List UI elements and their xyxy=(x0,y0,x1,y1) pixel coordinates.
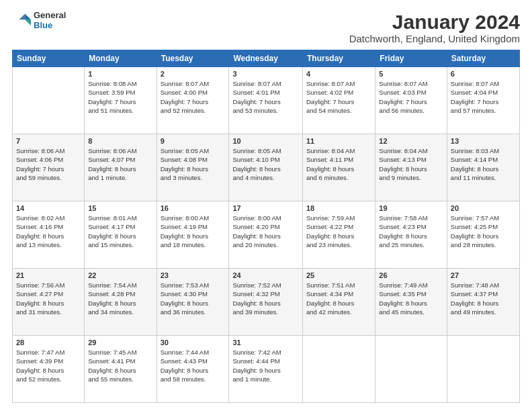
calendar-cell: 4Sunrise: 8:07 AM Sunset: 4:02 PM Daylig… xyxy=(303,67,375,134)
logo-icon xyxy=(12,11,31,30)
weekday-header-saturday: Saturday xyxy=(447,50,519,67)
day-number: 20 xyxy=(451,204,516,212)
calendar-cell: 22Sunrise: 7:54 AM Sunset: 4:28 PM Dayli… xyxy=(85,269,157,336)
weekday-header-row: SundayMondayTuesdayWednesdayThursdayFrid… xyxy=(13,50,520,67)
day-number: 12 xyxy=(379,137,443,145)
calendar-cell: 31Sunrise: 7:42 AM Sunset: 4:44 PM Dayli… xyxy=(229,336,303,403)
day-number: 28 xyxy=(16,338,81,347)
day-number: 1 xyxy=(88,70,152,78)
day-info: Sunrise: 7:59 AM Sunset: 4:22 PM Dayligh… xyxy=(306,214,371,249)
day-number: 2 xyxy=(161,70,226,78)
day-info: Sunrise: 8:04 AM Sunset: 4:13 PM Dayligh… xyxy=(379,146,443,182)
day-number: 13 xyxy=(451,137,516,145)
calendar-cell: 13Sunrise: 8:03 AM Sunset: 4:14 PM Dayli… xyxy=(447,134,519,201)
day-number: 11 xyxy=(306,137,371,145)
day-number: 9 xyxy=(161,137,226,145)
day-number: 22 xyxy=(88,271,152,279)
calendar-cell: 6Sunrise: 8:07 AM Sunset: 4:04 PM Daylig… xyxy=(447,67,519,134)
calendar-cell: 11Sunrise: 8:04 AM Sunset: 4:11 PM Dayli… xyxy=(303,134,375,201)
calendar-cell: 15Sunrise: 8:01 AM Sunset: 4:17 PM Dayli… xyxy=(85,201,157,269)
calendar-cell: 26Sunrise: 7:49 AM Sunset: 4:35 PM Dayli… xyxy=(375,269,447,336)
calendar-cell: 18Sunrise: 7:59 AM Sunset: 4:22 PM Dayli… xyxy=(303,201,375,269)
day-number: 19 xyxy=(379,204,443,212)
day-info: Sunrise: 8:02 AM Sunset: 4:16 PM Dayligh… xyxy=(16,214,81,249)
day-info: Sunrise: 7:54 AM Sunset: 4:28 PM Dayligh… xyxy=(88,281,152,316)
calendar-cell: 8Sunrise: 8:06 AM Sunset: 4:07 PM Daylig… xyxy=(85,134,157,201)
day-info: Sunrise: 8:00 AM Sunset: 4:20 PM Dayligh… xyxy=(232,214,299,249)
calendar-cell: 1Sunrise: 8:08 AM Sunset: 3:59 PM Daylig… xyxy=(85,67,157,134)
day-info: Sunrise: 7:45 AM Sunset: 4:41 PM Dayligh… xyxy=(88,348,152,383)
day-info: Sunrise: 7:49 AM Sunset: 4:35 PM Dayligh… xyxy=(379,281,443,316)
calendar-cell xyxy=(13,67,85,134)
logo-blue: Blue xyxy=(34,21,66,31)
day-info: Sunrise: 8:00 AM Sunset: 4:19 PM Dayligh… xyxy=(161,214,226,249)
day-number: 4 xyxy=(306,70,371,78)
calendar-cell: 19Sunrise: 7:58 AM Sunset: 4:23 PM Dayli… xyxy=(375,201,447,269)
day-number: 18 xyxy=(306,204,371,212)
day-number: 8 xyxy=(88,137,152,145)
calendar-cell: 7Sunrise: 8:06 AM Sunset: 4:06 PM Daylig… xyxy=(13,134,85,201)
day-info: Sunrise: 7:47 AM Sunset: 4:39 PM Dayligh… xyxy=(16,348,81,383)
weekday-header-sunday: Sunday xyxy=(13,50,85,67)
calendar-cell: 2Sunrise: 8:07 AM Sunset: 4:00 PM Daylig… xyxy=(157,67,229,134)
day-info: Sunrise: 8:05 AM Sunset: 4:08 PM Dayligh… xyxy=(161,146,226,182)
day-info: Sunrise: 8:01 AM Sunset: 4:17 PM Dayligh… xyxy=(88,214,152,249)
calendar-cell: 28Sunrise: 7:47 AM Sunset: 4:39 PM Dayli… xyxy=(13,336,85,403)
weekday-header-thursday: Thursday xyxy=(303,50,375,67)
logo: General Blue xyxy=(12,11,66,31)
calendar-cell: 25Sunrise: 7:51 AM Sunset: 4:34 PM Dayli… xyxy=(303,269,375,336)
day-number: 23 xyxy=(161,271,226,279)
calendar-cell: 10Sunrise: 8:05 AM Sunset: 4:10 PM Dayli… xyxy=(229,134,303,201)
day-info: Sunrise: 7:42 AM Sunset: 4:44 PM Dayligh… xyxy=(232,348,299,383)
calendar-cell: 17Sunrise: 8:00 AM Sunset: 4:20 PM Dayli… xyxy=(229,201,303,269)
calendar-cell: 12Sunrise: 8:04 AM Sunset: 4:13 PM Dayli… xyxy=(375,134,447,201)
svg-marker-1 xyxy=(25,19,31,26)
calendar-cell: 3Sunrise: 8:07 AM Sunset: 4:01 PM Daylig… xyxy=(229,67,303,134)
title-block: January 2024 Datchworth, England, United… xyxy=(349,11,520,44)
day-info: Sunrise: 8:07 AM Sunset: 4:01 PM Dayligh… xyxy=(232,79,299,115)
calendar-cell: 29Sunrise: 7:45 AM Sunset: 4:41 PM Dayli… xyxy=(85,336,157,403)
calendar-cell xyxy=(447,336,519,403)
weekday-header-monday: Monday xyxy=(85,50,157,67)
day-info: Sunrise: 8:07 AM Sunset: 4:00 PM Dayligh… xyxy=(161,79,226,115)
day-number: 15 xyxy=(88,204,152,212)
day-info: Sunrise: 7:53 AM Sunset: 4:30 PM Dayligh… xyxy=(161,281,226,316)
day-info: Sunrise: 8:03 AM Sunset: 4:14 PM Dayligh… xyxy=(451,146,516,182)
day-info: Sunrise: 8:05 AM Sunset: 4:10 PM Dayligh… xyxy=(232,146,299,182)
day-info: Sunrise: 8:07 AM Sunset: 4:02 PM Dayligh… xyxy=(306,79,371,115)
day-info: Sunrise: 7:57 AM Sunset: 4:25 PM Dayligh… xyxy=(451,214,516,249)
calendar-cell: 16Sunrise: 8:00 AM Sunset: 4:19 PM Dayli… xyxy=(157,201,229,269)
day-number: 31 xyxy=(232,338,299,347)
day-number: 3 xyxy=(232,70,299,78)
day-number: 10 xyxy=(232,137,299,145)
day-number: 27 xyxy=(451,271,516,279)
logo-text: General Blue xyxy=(34,11,66,31)
day-number: 16 xyxy=(161,204,226,212)
day-info: Sunrise: 8:07 AM Sunset: 4:03 PM Dayligh… xyxy=(379,79,443,115)
week-row-4: 21Sunrise: 7:56 AM Sunset: 4:27 PM Dayli… xyxy=(13,269,520,336)
calendar-cell: 21Sunrise: 7:56 AM Sunset: 4:27 PM Dayli… xyxy=(13,269,85,336)
week-row-2: 7Sunrise: 8:06 AM Sunset: 4:06 PM Daylig… xyxy=(13,134,520,201)
calendar-cell xyxy=(375,336,447,403)
day-info: Sunrise: 8:06 AM Sunset: 4:07 PM Dayligh… xyxy=(88,146,152,182)
calendar-cell: 23Sunrise: 7:53 AM Sunset: 4:30 PM Dayli… xyxy=(157,269,229,336)
calendar-cell: 20Sunrise: 7:57 AM Sunset: 4:25 PM Dayli… xyxy=(447,201,519,269)
location: Datchworth, England, United Kingdom xyxy=(349,33,520,44)
day-info: Sunrise: 7:58 AM Sunset: 4:23 PM Dayligh… xyxy=(379,214,443,249)
day-info: Sunrise: 8:07 AM Sunset: 4:04 PM Dayligh… xyxy=(451,79,516,115)
week-row-5: 28Sunrise: 7:47 AM Sunset: 4:39 PM Dayli… xyxy=(13,336,520,403)
day-number: 21 xyxy=(16,271,81,279)
day-info: Sunrise: 7:52 AM Sunset: 4:32 PM Dayligh… xyxy=(232,281,299,316)
logo-general: General xyxy=(34,11,66,21)
weekday-header-friday: Friday xyxy=(375,50,447,67)
week-row-1: 1Sunrise: 8:08 AM Sunset: 3:59 PM Daylig… xyxy=(13,67,520,134)
day-info: Sunrise: 7:51 AM Sunset: 4:34 PM Dayligh… xyxy=(306,281,371,316)
day-number: 30 xyxy=(161,338,226,347)
calendar-cell: 14Sunrise: 8:02 AM Sunset: 4:16 PM Dayli… xyxy=(13,201,85,269)
calendar-cell xyxy=(303,336,375,403)
day-info: Sunrise: 7:56 AM Sunset: 4:27 PM Dayligh… xyxy=(16,281,81,316)
day-number: 17 xyxy=(232,204,299,212)
day-number: 25 xyxy=(306,271,371,279)
week-row-3: 14Sunrise: 8:02 AM Sunset: 4:16 PM Dayli… xyxy=(13,201,520,269)
day-number: 7 xyxy=(16,137,81,145)
